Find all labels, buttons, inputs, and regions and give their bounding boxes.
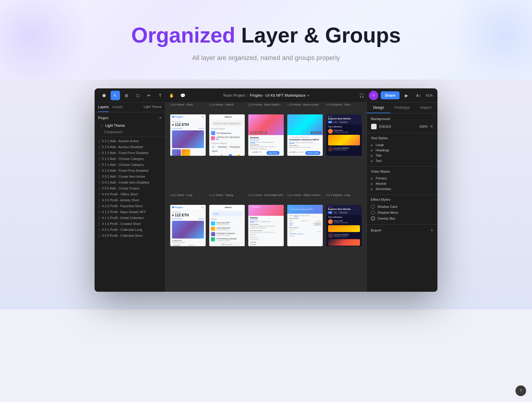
pages-label: Pages (98, 116, 108, 120)
style-item-headings[interactable]: ▶ Headings (371, 147, 433, 153)
hero-subtitle: All layer are organized, named and group… (6, 54, 526, 62)
zoom-level: 41% (426, 93, 433, 98)
toolbar-right: 🎧 U Share ▶ A↑ 41% (357, 91, 433, 100)
layer-item[interactable]: ⣿ 5 1 1 Add - Choose Category (95, 162, 165, 168)
effect-item-overlay-blur[interactable]: Overlay Blur (371, 215, 433, 221)
style-item-large[interactable]: ▶ Large (371, 142, 433, 147)
frame-auction[interactable]: 1.3.0 Home - Base Auction 02:15 Left ← C… (287, 108, 323, 195)
project-name: Team Project (223, 93, 245, 98)
layer-item[interactable]: ⣿ 5 2 1 Add - Auction Active (95, 138, 165, 144)
text-styles-label: Text Styles (371, 136, 433, 140)
move-tool-button[interactable]: ↖ (111, 91, 120, 100)
tab-prototype[interactable]: Prototype (390, 103, 414, 113)
frame-label: 1.1.0 Home - Search (209, 103, 234, 106)
design-tabs: Design Prototype Inspect (367, 103, 437, 114)
color-styles-section: Color Styles ▶ Primary ▶ Neutral ▶ Secon… (367, 167, 437, 195)
overlay-blur-icon (371, 216, 375, 221)
page-item-component[interactable]: Component (95, 129, 165, 135)
layer-item[interactable]: ⣿ 4 4 0 Profil - Offers Short (95, 191, 165, 197)
frame-typing[interactable]: 1.1.1 Home - Typing ← Search Cool Result… (209, 199, 245, 286)
text-styles-section: Text Styles ▶ Large ▶ Headings ▶ Title (367, 133, 437, 167)
background-label: Background (371, 117, 433, 121)
style-item-primary[interactable]: ▶ Primary (371, 176, 433, 181)
background-color-value: E5E5E5 (379, 125, 417, 128)
tab-layers[interactable]: Layers (98, 105, 109, 112)
theme-dropdown[interactable]: Light Theme (144, 105, 162, 112)
layer-item[interactable]: ⣿ 4 1 2 Profil - Base Details NFT (95, 209, 165, 215)
frame-offers[interactable]: 1.3.1 Home - Offers Auction... ← Coolman… (287, 199, 323, 286)
avatar-button[interactable]: U (369, 91, 378, 100)
panel-tabs: Layers Assets Light Theme (95, 103, 165, 112)
layer-item[interactable]: ⣿ 5 2 0 Add - Auction Disabled (95, 144, 165, 150)
layer-item[interactable]: ⣿ 4 2 0 Profil - Favorited Short (95, 203, 165, 209)
layer-item[interactable]: ⣿ 4 1 1 Profil - Detail Collection (95, 215, 165, 221)
layer-item[interactable]: ⣿ 4 1 0 Profil - Created Short (95, 221, 165, 227)
layer-item[interactable]: ⣿ 5 0 1 Add - Create Item Disabled (95, 179, 165, 185)
frame-explore[interactable]: 2.0.0 Explore - Shor... ♦ 0.4 Explore Ne… (326, 108, 362, 195)
frame-label: 2.0.1 Explore - Long (326, 194, 350, 197)
visibility-toggle[interactable]: 👁 (430, 125, 433, 128)
canvas-area: 1.0.0 Home - Short ⬟ Fingies 🔍 My Balanc… (166, 103, 366, 292)
figma-window: ⬟ ↖ ⊞ ⬡ ✏ T ✋ 💬 Team Project / Fingies -… (95, 88, 437, 292)
frame-search[interactable]: 1.1.0 Home - Search ← Search What are yo… (209, 108, 245, 195)
background-row: E5E5E5 100% 👁 (371, 124, 433, 129)
breadcrumb-separator: / (247, 93, 248, 98)
frame-full-details[interactable]: 1.2.1 Home - Full Details NFT ← Dreamy D… (248, 199, 284, 286)
hero-title: Organized Layer & Groups (6, 24, 526, 47)
frame-label: 2.0.0 Explore - Shor... (326, 103, 352, 106)
layer-item[interactable]: ⣿ 4 3 0 Profil - Activity Short (95, 197, 165, 203)
background-color-swatch[interactable] (371, 124, 377, 129)
layer-item[interactable]: ⣿ 5 1 0 Add - Fixed Price Disabled (95, 168, 165, 174)
layer-item[interactable]: ⣿ 5 0 0 Add - Create Project (95, 185, 165, 191)
frame-explore-long[interactable]: 2.0.1 Explore - Long ♦ 0.4 Explore New W… (326, 199, 362, 286)
effect-styles-label: Effect Styles (371, 198, 433, 201)
frame-label: 1.2.0 Home - Base Details... (248, 103, 282, 106)
figma-toolbar: ⬟ ↖ ⊞ ⬡ ✏ T ✋ 💬 Team Project / Fingies -… (95, 88, 437, 103)
frame-label: 1.3.0 Home - Base Auction (287, 103, 319, 106)
style-item-neutral[interactable]: ▶ Neutral (371, 181, 433, 186)
design-panel: Design Prototype Inspect Background E5E5… (366, 103, 437, 292)
shape-tool-button[interactable]: ⬡ (133, 91, 142, 100)
background-opacity: 100% (419, 125, 428, 128)
frame-details[interactable]: 1.2.0 Home - Base Details... Ends Aug 07… (248, 108, 284, 195)
play-button[interactable]: ▶ (402, 91, 411, 100)
share-button[interactable]: Share (381, 91, 400, 99)
hero-section: Organized Layer & Groups All layer are o… (0, 0, 532, 80)
add-page-button[interactable]: + (159, 115, 162, 121)
style-item-secondary[interactable]: ▶ Secondary (371, 186, 433, 192)
tab-assets[interactable]: Assets (112, 105, 123, 112)
style-item-text[interactable]: ▶ Text (371, 158, 433, 163)
hero-title-accent: Organized (131, 23, 235, 47)
file-name: Fingies - UI Kit NFT Marketplace (250, 93, 306, 98)
text-tool-button[interactable]: T (155, 91, 165, 100)
frame-tool-button[interactable]: ⊞ (122, 91, 131, 100)
comment-tool-button[interactable]: 💬 (178, 91, 187, 100)
figma-body: Layers Assets Light Theme Pages + ✓ Ligh… (95, 103, 437, 292)
color-styles-label: Color Styles (371, 170, 433, 173)
page-item-light-theme[interactable]: ✓ Light Theme (95, 122, 165, 129)
pen-tool-button[interactable]: ✏ (144, 91, 154, 100)
figma-menu-button[interactable]: ⬟ (99, 91, 109, 100)
layer-item[interactable]: ⣿ 5 1 2 Add - Choose Category (95, 156, 165, 162)
effect-styles-section: Effect Styles Shadow Card Shadow Menu Ov… (367, 195, 437, 225)
tab-design[interactable]: Design (367, 103, 390, 113)
frame-home-long[interactable]: 1.0.1 Home - Long ⬟ Fingies 🔍 My Balance… (170, 199, 206, 286)
present-button[interactable]: 🎧 (357, 91, 366, 100)
hand-tool-button[interactable]: ✋ (167, 91, 176, 100)
shadow-menu-icon (371, 210, 375, 215)
layer-item[interactable]: ⣿ 5 0 2 Add - Create Item Active (95, 174, 165, 179)
tab-inspect[interactable]: Inspect (414, 103, 437, 113)
style-item-title[interactable]: ▶ Title (371, 153, 433, 158)
export-add-button[interactable]: + (431, 228, 433, 233)
frame-label: 1.3.1 Home - Offers Auction... (287, 194, 322, 197)
divider (95, 137, 165, 137)
layer-item[interactable]: ⣿ 5 1 3 Add - Fixed Price Disabled (95, 150, 165, 156)
hero-title-rest: Layer & Groups (235, 23, 401, 47)
layer-item[interactable]: ⣿ 4 0 1 Profil - Collected Long (95, 227, 165, 233)
inspector-button[interactable]: A↑ (414, 91, 423, 100)
frame-home-short[interactable]: 1.0.0 Home - Short ⬟ Fingies 🔍 My Balanc… (170, 108, 206, 195)
pages-section: Pages + (95, 112, 165, 122)
layer-item[interactable]: ⣿ 4 0 0 Profil - Collected Short (95, 233, 165, 239)
effect-item-shadow-card[interactable]: Shadow Card (371, 204, 433, 210)
effect-item-shadow-menu[interactable]: Shadow Menu (371, 210, 433, 215)
